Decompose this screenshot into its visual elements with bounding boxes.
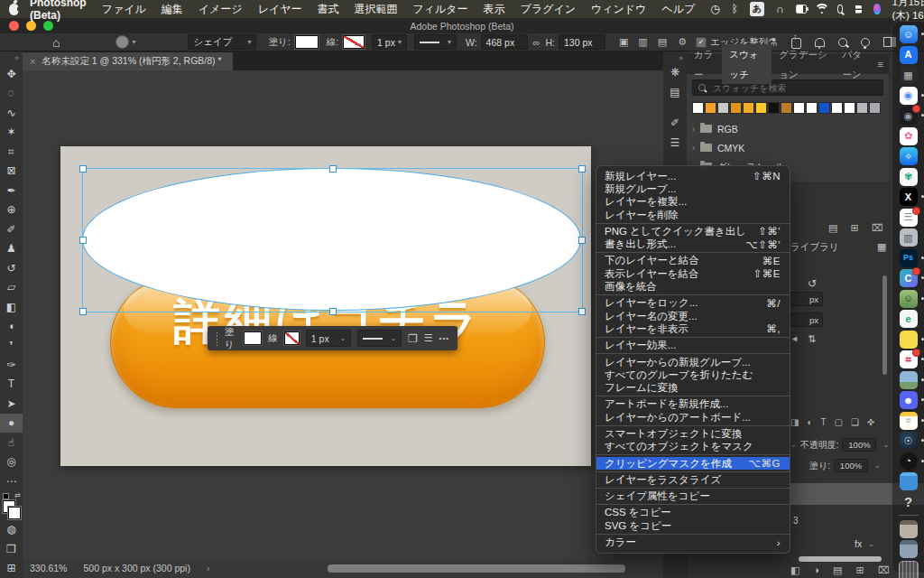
new-group-icon[interactable]: ▤ (833, 564, 842, 576)
brush-settings-panel-icon[interactable]: ✐ (663, 117, 687, 129)
swatch[interactable] (743, 102, 754, 114)
dock-icon-discord[interactable]: ☻ (900, 391, 918, 409)
dock-icon-notes[interactable]: ≣ (900, 412, 918, 430)
pen-tool[interactable]: ✑ (0, 355, 23, 374)
battery-icon[interactable] (796, 5, 807, 14)
swatch[interactable] (705, 102, 716, 114)
menu-item-new-artboard[interactable]: アートボードを新規作成... (596, 398, 790, 411)
zoom-level-field[interactable]: 330.61% (30, 563, 67, 573)
stroke-color-swatch[interactable] (343, 35, 365, 49)
swatch[interactable] (755, 102, 767, 114)
dock-icon-canva[interactable]: C (900, 269, 918, 287)
swatch-search-input[interactable] (711, 82, 868, 94)
menu-item-rasterize-layer[interactable]: レイヤーをラスタライズ (596, 473, 790, 486)
eraser-tool[interactable]: ▱ (0, 277, 23, 296)
dock-icon-downloads-folder[interactable] (900, 472, 918, 490)
menu-item-delete-layer[interactable]: レイヤーを削除 (596, 209, 790, 221)
zoom-window-button[interactable] (43, 21, 53, 31)
add-layer-mask-icon[interactable]: ◧ (790, 564, 799, 576)
menu-edit[interactable]: 編集 (162, 2, 183, 17)
dock-icon-evernote[interactable]: e (900, 310, 918, 328)
dock-icon-camera-app[interactable]: ◉ (900, 107, 918, 125)
siri-icon[interactable] (873, 4, 880, 14)
dock-icon-reminders[interactable]: ☰ (900, 209, 918, 227)
path-operations-icon[interactable]: ▣ (619, 36, 628, 48)
dock-icon-chatgpt[interactable]: ✾ (900, 168, 918, 186)
menu-item-artboard-from-layers[interactable]: レイヤーからのアートボード... (596, 411, 790, 424)
menu-bar-clock[interactable]: 1月15日(木) 16:22 (892, 0, 924, 23)
menu-item-copy-shape-attributes[interactable]: シェイプ属性をコピー (596, 490, 790, 503)
tool-presets-panel-icon[interactable]: ☰ (663, 136, 687, 149)
bluetooth-icon[interactable]: ᛒ (732, 4, 738, 14)
swatch-search-field[interactable] (692, 79, 883, 96)
menu-plugins[interactable]: プラグイン (521, 2, 576, 17)
fill-chevron-icon[interactable]: ⌄ (874, 461, 881, 470)
expand-folder-icon[interactable]: › (692, 144, 695, 153)
document-tab[interactable]: × 名称未設定 1 @ 331% (楕円形 2, RGB/8) * (23, 52, 233, 70)
libraries-panel-icon[interactable]: ▤ (663, 86, 687, 98)
tab-swatches[interactable]: スウォッチ (722, 44, 772, 84)
panel-menu-icon[interactable]: ≡ (878, 59, 883, 70)
dock-icon-wardrobe-app[interactable]: ▥ (900, 228, 918, 247)
home-icon[interactable]: ⌂ (52, 35, 60, 50)
menu-item-convert-to-frame[interactable]: フレームに変換 (596, 381, 790, 394)
dock-icon-app-store[interactable]: A (900, 46, 918, 64)
libraries-panel-tab[interactable]: ライブラリ (790, 241, 839, 254)
stroke-width-select[interactable]: 1 px▾ (372, 34, 407, 50)
tab-gradients[interactable]: グラデーション (772, 44, 835, 84)
taskbar-stroke-style-select[interactable]: ⌄ (357, 330, 402, 347)
flip-vertical-icon[interactable]: ⇅ (808, 333, 816, 345)
swatch[interactable] (831, 102, 843, 114)
menu-item-new-group[interactable]: 新規グループ... (596, 182, 790, 195)
background-color-swatch[interactable] (8, 507, 21, 519)
shape-height-field[interactable]: 130 px (559, 34, 605, 50)
menu-item-merge-visible[interactable]: 表示レイヤーを結合⇧⌘E (596, 267, 790, 280)
headphones-icon[interactable]: ∩ (776, 4, 784, 14)
new-swatch-group-icon[interactable]: ▤ (828, 222, 837, 234)
dock-icon-slack[interactable]: ⌗ (900, 350, 918, 368)
delete-layer-icon[interactable]: ⌧ (878, 564, 890, 576)
dodge-tool[interactable]: ◖ (0, 316, 23, 335)
menu-item-lock-layer[interactable]: レイヤーをロック...⌘/ (596, 297, 790, 310)
swap-colors-icon[interactable]: ⇄ (14, 491, 21, 499)
wifi-icon[interactable] (818, 5, 826, 14)
swatch[interactable] (844, 102, 855, 114)
blur-tool[interactable]: ❜ (0, 336, 23, 355)
menu-item-copy-svg[interactable]: SVG をコピー (596, 519, 790, 532)
duplicate-shape-icon[interactable]: ❐ (408, 332, 418, 345)
clone-stamp-tool[interactable]: ♟ (0, 238, 23, 257)
height-px-field[interactable]: px (790, 312, 823, 327)
move-tool[interactable]: ✥ (0, 64, 23, 83)
handle-bottom-left[interactable] (79, 308, 87, 315)
transform-bounding-box[interactable] (82, 168, 583, 312)
dock-icon-photoshop[interactable]: Ps (900, 249, 918, 267)
close-tab-icon[interactable]: × (30, 56, 35, 67)
dock-icon-launchpad[interactable]: ▦ (900, 66, 918, 84)
dock-icon-finder[interactable]: ☺ (900, 25, 918, 43)
menu-view[interactable]: 表示 (484, 2, 505, 17)
menu-filter[interactable]: フィルター (412, 2, 467, 17)
menu-window[interactable]: ウィンドウ (591, 2, 646, 17)
menu-item-collapse-all-groups[interactable]: すべてのグループを折りたたむ (596, 368, 790, 381)
panel-scrollbar[interactable] (882, 275, 887, 375)
path-alignment-icon[interactable]: ▥ (638, 36, 647, 48)
menu-item-duplicate-layer[interactable]: レイヤーを複製... (596, 196, 790, 209)
swatch[interactable] (818, 102, 830, 114)
new-adjustment-layer-icon[interactable]: ◑ (813, 564, 819, 576)
control-center-icon[interactable] (855, 5, 862, 14)
menu-select[interactable]: 選択範囲 (354, 2, 397, 17)
filter-pixel-layers-icon[interactable]: ◨ (790, 417, 799, 427)
handle-middle-left[interactable] (79, 237, 87, 244)
dock-icon-missing-app[interactable]: ? (900, 493, 918, 511)
close-window-button[interactable] (9, 21, 19, 31)
layer-name-fragment[interactable]: 3 (793, 516, 799, 526)
menu-item-copy-css[interactable]: CSS をコピー (596, 507, 790, 519)
gradient-tool[interactable]: ◧ (0, 297, 23, 316)
crop-tool[interactable]: ⌗ (0, 142, 23, 161)
dock-minimized-window-1[interactable] (900, 520, 918, 538)
swatch[interactable] (781, 102, 792, 114)
filter-type-layers-icon[interactable]: T (821, 417, 827, 427)
flip-horizontal-icon[interactable]: ◄ (790, 334, 799, 343)
menu-item-merge-down[interactable]: 下のレイヤーと結合⌘E (596, 255, 790, 267)
libraries-panel-menu-icon[interactable]: ▦ (877, 241, 886, 253)
